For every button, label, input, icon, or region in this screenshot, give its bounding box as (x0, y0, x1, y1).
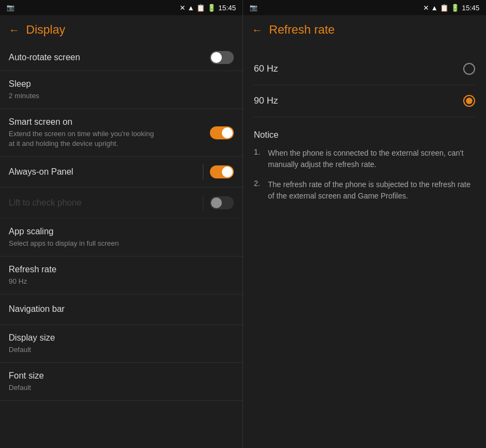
option-60hz-radio[interactable] (463, 63, 475, 75)
lift-to-check-toggle[interactable] (210, 196, 234, 209)
option-60hz[interactable]: 60 Hz (254, 53, 475, 85)
always-on-thumb (222, 167, 233, 177)
notice-item-1: 1. When the phone is connected to the ex… (254, 148, 475, 170)
refresh-rate-text: Refresh rate 90 Hz (9, 264, 234, 286)
right-content: 60 Hz 90 Hz Notice 1. When the phone is … (243, 44, 486, 448)
app-scaling-title: App scaling (9, 226, 234, 238)
left-header: ← Display (0, 15, 242, 44)
font-size-title: Font size (9, 370, 234, 382)
setting-always-on-panel[interactable]: Always-on Panel (0, 157, 242, 188)
notice-text-2: The refresh rate of the phone is subject… (268, 179, 475, 202)
option-90hz-radio[interactable] (463, 95, 475, 107)
setting-auto-rotate[interactable]: Auto-rotate screen (0, 44, 242, 71)
always-on-toggle[interactable] (210, 165, 234, 178)
app-scaling-subtitle: Select apps to display in full screen (9, 239, 161, 248)
lift-to-check-text: Lift to check phone (9, 197, 203, 209)
option-90hz-label: 90 Hz (254, 95, 278, 106)
sleep-subtitle: 2 minutes (9, 91, 161, 101)
notice-title: Notice (254, 130, 475, 140)
setting-font-size[interactable]: Font size Default (0, 363, 242, 401)
auto-rotate-label: Auto-rotate screen (9, 52, 80, 63)
display-size-subtitle: Default (9, 345, 161, 355)
display-size-text: Display size Default (9, 332, 234, 355)
navigation-bar-title: Navigation bar (9, 304, 234, 315)
smart-screen-thumb (222, 127, 233, 138)
right-wifi-icon: ▲ (431, 4, 438, 12)
right-back-button[interactable]: ← (252, 24, 263, 36)
sleep-title: Sleep (9, 79, 234, 90)
right-panel: 📷 ✕ ▲ 📋 🔋 15:45 ← Refresh rate 60 Hz 90 … (243, 0, 486, 448)
right-header-title: Refresh rate (269, 23, 335, 37)
notice-section: Notice 1. When the phone is connected to… (254, 130, 475, 202)
left-panel: 📷 ✕ ▲ 📋 🔋 15:45 ← Display Auto-rotate sc… (0, 0, 243, 448)
lift-to-check-title: Lift to check phone (9, 197, 203, 209)
always-on-title: Always-on Panel (9, 167, 203, 178)
option-90hz[interactable]: 90 Hz (254, 85, 475, 117)
left-status-left-icons: 📷 (7, 4, 15, 11)
left-back-button[interactable]: ← (9, 24, 20, 36)
setting-navigation-bar[interactable]: Navigation bar (0, 295, 242, 325)
lift-divider (203, 195, 203, 210)
always-on-divider (203, 164, 203, 180)
sim-icon: 📋 (196, 4, 205, 12)
settings-list: Auto-rotate screen Sleep 2 minutes Smart… (0, 44, 242, 448)
smart-screen-title: Smart screen on (9, 117, 210, 128)
display-size-title: Display size (9, 332, 234, 344)
right-x-icon: ✕ (423, 4, 429, 12)
font-size-text: Font size Default (9, 370, 234, 393)
notice-num-2: 2. (254, 179, 264, 202)
font-size-subtitle: Default (9, 383, 161, 393)
smart-screen-subtitle: Extend the screen on time while you're l… (9, 129, 161, 149)
setting-sleep[interactable]: Sleep 2 minutes (0, 71, 242, 109)
right-battery-icon: 🔋 (451, 4, 459, 12)
left-header-title: Display (26, 23, 65, 37)
left-time: 15:45 (218, 4, 236, 12)
option-90hz-radio-fill (466, 98, 472, 104)
always-on-text: Always-on Panel (9, 167, 203, 178)
setting-lift-to-check[interactable]: Lift to check phone (0, 188, 242, 219)
setting-display-size[interactable]: Display size Default (0, 325, 242, 363)
right-sim-icon: 📋 (440, 4, 449, 12)
notice-num-1: 1. (254, 148, 264, 170)
setting-app-scaling[interactable]: App scaling Select apps to display in fu… (0, 219, 242, 257)
right-time: 15:45 (462, 4, 479, 12)
refresh-rate-title: Refresh rate (9, 264, 234, 276)
navigation-bar-text: Navigation bar (9, 304, 234, 315)
sleep-text: Sleep 2 minutes (9, 79, 234, 101)
setting-refresh-rate[interactable]: Refresh rate 90 Hz (0, 257, 242, 295)
wifi-icon: ▲ (188, 4, 195, 12)
auto-rotate-thumb (211, 52, 222, 63)
x-icon: ✕ (180, 4, 186, 12)
battery-icon: 🔋 (207, 4, 216, 12)
smart-screen-toggle[interactable] (210, 126, 234, 139)
left-status-right-icons: ✕ ▲ 📋 🔋 15:45 (180, 4, 236, 12)
option-60hz-label: 60 Hz (254, 63, 278, 74)
auto-rotate-toggle[interactable] (210, 51, 234, 64)
right-status-left-icons: 📷 (250, 4, 258, 11)
app-scaling-text: App scaling Select apps to display in fu… (9, 226, 234, 248)
smart-screen-text: Smart screen on Extend the screen on tim… (9, 117, 210, 149)
notice-item-2: 2. The refresh rate of the phone is subj… (254, 179, 475, 202)
right-status-right-icons: ✕ ▲ 📋 🔋 15:45 (423, 4, 479, 12)
setting-smart-screen[interactable]: Smart screen on Extend the screen on tim… (0, 109, 242, 157)
right-header: ← Refresh rate (243, 15, 486, 44)
notice-text-1: When the phone is connected to the exter… (268, 148, 475, 170)
refresh-rate-subtitle: 90 Hz (9, 277, 161, 286)
right-status-bar: 📷 ✕ ▲ 📋 🔋 15:45 (243, 0, 486, 15)
left-status-bar: 📷 ✕ ▲ 📋 🔋 15:45 (0, 0, 242, 15)
lift-thumb (211, 197, 222, 208)
